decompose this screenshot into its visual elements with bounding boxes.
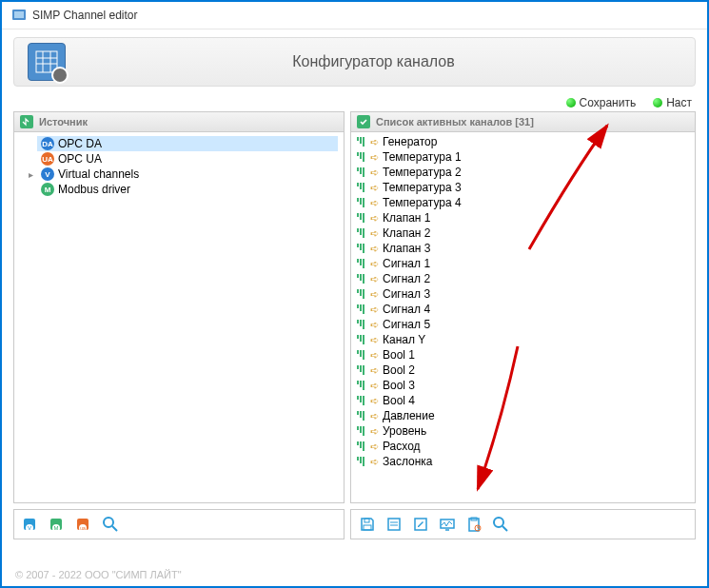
channel-label: Сигнал 2 bbox=[383, 271, 430, 286]
channels-list[interactable]: ➪Генератор➪Температура 1➪Температура 2➪Т… bbox=[351, 132, 695, 502]
signal-icon bbox=[357, 304, 366, 314]
expand-icon[interactable]: ▸ bbox=[26, 169, 35, 180]
channel-item[interactable]: ➪Bool 4 bbox=[355, 393, 691, 408]
opc-button[interactable]: ua bbox=[73, 514, 94, 535]
channel-item[interactable]: ➪Давление bbox=[355, 408, 691, 423]
channel-item[interactable]: ➪Клапан 3 bbox=[355, 241, 691, 256]
channel-item[interactable]: ➪Генератор bbox=[355, 134, 691, 149]
arrow-icon: ➪ bbox=[370, 302, 379, 317]
signal-icon bbox=[357, 381, 366, 390]
svg-line-17 bbox=[112, 526, 117, 531]
signal-icon bbox=[357, 289, 366, 299]
channel-label: Клапан 2 bbox=[383, 225, 430, 241]
signal-icon bbox=[357, 441, 366, 451]
tree-item-label: OPC DA bbox=[58, 137, 102, 150]
clipboard-button[interactable] bbox=[463, 514, 484, 535]
source-toolbar: V M ua bbox=[13, 509, 345, 539]
save-button[interactable]: Сохранить bbox=[566, 96, 637, 109]
channel-item[interactable]: ➪Уровень bbox=[355, 423, 691, 439]
svg-point-29 bbox=[494, 518, 503, 527]
edit-button[interactable] bbox=[410, 514, 431, 535]
panel-badge-icon bbox=[20, 115, 33, 128]
svg-rect-1 bbox=[14, 11, 24, 18]
channel-label: Заслонка bbox=[383, 454, 433, 469]
channels-panel-header: Список активных каналов [31] bbox=[351, 112, 695, 132]
channel-item[interactable]: ➪Сигнал 5 bbox=[355, 317, 691, 332]
channel-item[interactable]: ➪Температура 3 bbox=[355, 180, 691, 195]
da-icon: DA bbox=[41, 137, 54, 150]
tree-item-label: OPC UA bbox=[58, 152, 102, 166]
arrow-icon: ➪ bbox=[370, 134, 379, 149]
search-button[interactable] bbox=[100, 514, 121, 535]
channel-label: Температура 1 bbox=[383, 149, 462, 165]
arrow-icon: ➪ bbox=[370, 149, 379, 165]
source-tree[interactable]: DAOPC DAUAOPC UA▸VVirtual channelsMModbu… bbox=[14, 132, 344, 502]
signal-icon bbox=[357, 228, 366, 238]
source-panel: Источник DAOPC DAUAOPC UA▸VVirtual chann… bbox=[13, 111, 345, 503]
channel-label: Канал Y bbox=[383, 332, 425, 347]
channel-item[interactable]: ➪Сигнал 4 bbox=[355, 302, 691, 317]
channel-label: Bool 3 bbox=[383, 378, 415, 393]
channel-item[interactable]: ➪Температура 1 bbox=[355, 149, 691, 165]
tree-item-label: Modbus driver bbox=[58, 183, 130, 196]
signal-icon bbox=[357, 137, 366, 147]
channel-item[interactable]: ➪Bool 2 bbox=[355, 363, 691, 378]
arrow-icon: ➪ bbox=[370, 408, 379, 423]
channel-item[interactable]: ➪Сигнал 3 bbox=[355, 286, 691, 302]
save-file-button[interactable] bbox=[357, 514, 378, 535]
search-channels-button[interactable] bbox=[490, 514, 511, 535]
channel-label: Расход bbox=[383, 439, 421, 454]
svg-line-30 bbox=[502, 526, 507, 531]
signal-icon bbox=[357, 426, 366, 436]
channel-item[interactable]: ➪Клапан 1 bbox=[355, 210, 691, 225]
titlebar: SIMP Channel editor bbox=[2, 2, 707, 29]
header-title: Конфигуратор каналов bbox=[66, 53, 681, 70]
channel-label: Сигнал 3 bbox=[383, 286, 430, 302]
signal-icon bbox=[357, 350, 366, 360]
signal-icon bbox=[357, 183, 366, 192]
m-icon: M bbox=[41, 183, 54, 196]
tree-item-virtual-channels[interactable]: ▸VVirtual channels bbox=[37, 167, 338, 182]
monitor-button[interactable] bbox=[437, 514, 458, 535]
tree-item-opc-ua[interactable]: UAOPC UA bbox=[37, 151, 338, 167]
gear-icon bbox=[51, 67, 69, 84]
status-dot-icon bbox=[653, 98, 662, 108]
signal-icon bbox=[357, 365, 366, 375]
arrow-icon: ➪ bbox=[370, 195, 379, 210]
signal-icon bbox=[357, 396, 366, 405]
channel-item[interactable]: ➪Температура 4 bbox=[355, 195, 691, 210]
arrow-icon: ➪ bbox=[370, 454, 379, 469]
arrow-icon: ➪ bbox=[370, 393, 379, 408]
channels-toolbar bbox=[350, 509, 696, 539]
channel-item[interactable]: ➪Сигнал 1 bbox=[355, 256, 691, 271]
app-logo-icon bbox=[28, 43, 66, 81]
tree-item-label: Virtual channels bbox=[58, 167, 139, 181]
channel-label: Клапан 1 bbox=[383, 210, 430, 225]
channel-item[interactable]: ➪Bool 3 bbox=[355, 378, 691, 393]
arrow-icon: ➪ bbox=[370, 271, 379, 286]
channel-item[interactable]: ➪Клапан 2 bbox=[355, 225, 691, 241]
tree-item-modbus-driver[interactable]: MModbus driver bbox=[37, 182, 338, 197]
channel-label: Сигнал 1 bbox=[383, 256, 430, 271]
settings-button[interactable]: Наст bbox=[653, 96, 692, 109]
signal-icon bbox=[357, 167, 366, 177]
signal-icon bbox=[357, 335, 366, 344]
channel-item[interactable]: ➪Заслонка bbox=[355, 454, 691, 469]
arrow-icon: ➪ bbox=[370, 378, 379, 393]
svg-point-16 bbox=[104, 518, 113, 527]
virtual-channels-button[interactable]: V bbox=[20, 514, 41, 535]
footer-copyright: © 2007 - 2022 ООО "СИМП ЛАЙТ" bbox=[15, 569, 182, 580]
channel-item[interactable]: ➪Канал Y bbox=[355, 332, 691, 347]
arrow-icon: ➪ bbox=[370, 363, 379, 378]
tree-item-opc-da[interactable]: DAOPC DA bbox=[37, 136, 338, 151]
channel-item[interactable]: ➪Расход bbox=[355, 439, 691, 454]
modbus-button[interactable]: M bbox=[47, 514, 68, 535]
svg-rect-20 bbox=[388, 519, 400, 530]
channel-item[interactable]: ➪Сигнал 2 bbox=[355, 271, 691, 286]
channel-item[interactable]: ➪Температура 2 bbox=[355, 165, 691, 180]
window-title: SIMP Channel editor bbox=[32, 9, 138, 22]
ua-icon: UA bbox=[41, 152, 54, 166]
properties-button[interactable] bbox=[384, 514, 404, 535]
arrow-icon: ➪ bbox=[370, 286, 379, 302]
channel-item[interactable]: ➪Bool 1 bbox=[355, 347, 691, 363]
